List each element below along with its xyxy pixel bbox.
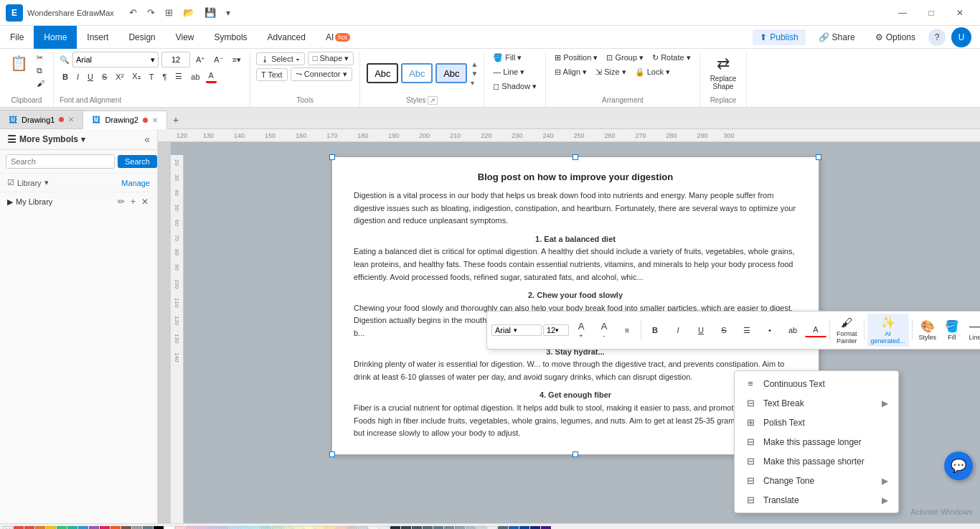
color-swatch[interactable] <box>315 526 325 530</box>
menu-item-file[interactable]: File <box>0 26 34 49</box>
chatbot-btn[interactable]: 💬 <box>944 451 973 480</box>
color-swatch[interactable] <box>530 526 540 530</box>
text-style-btn[interactable]: T <box>146 71 157 83</box>
lock-btn[interactable]: 🔒 Lock ▾ <box>632 66 673 78</box>
position-btn[interactable]: ⊞ Position ▾ <box>552 52 600 64</box>
ft-highlight-btn[interactable]: ab <box>782 324 804 337</box>
ctx-continuous-text[interactable]: ≡ Continuous Text <box>735 374 898 393</box>
color-swatch[interactable] <box>390 526 400 530</box>
group-btn[interactable]: ⊡ Group ▾ <box>603 52 646 64</box>
color-swatch[interactable] <box>89 526 99 530</box>
color-swatch[interactable] <box>444 526 454 530</box>
search-button[interactable]: Search <box>118 155 157 168</box>
ft-increase-font-btn[interactable]: A+ <box>570 319 592 342</box>
line-btn[interactable]: — Line ▾ <box>490 66 527 78</box>
library-label[interactable]: ☑ Library ▾ Manage <box>7 178 150 187</box>
menu-item-design[interactable]: Design <box>118 26 165 49</box>
tab-drawing2[interactable]: 🖼 Drawing2 ✕ <box>83 111 166 129</box>
color-swatch[interactable] <box>519 526 529 530</box>
library-manage-btn[interactable]: Manage <box>121 179 150 187</box>
search-input[interactable] <box>6 154 115 169</box>
italic-btn[interactable]: I <box>74 71 82 83</box>
selection-handle-bl[interactable] <box>329 451 335 457</box>
color-swatch[interactable] <box>121 526 131 530</box>
redo-btn[interactable]: ↷ <box>143 5 159 20</box>
add-tab-btn[interactable]: + <box>167 111 184 128</box>
color-swatch[interactable] <box>186 526 196 530</box>
select-btn[interactable]: ⭳ Select ▾ <box>256 52 305 65</box>
paragraph-btn[interactable]: ¶ <box>159 71 169 83</box>
selection-handle-bm[interactable] <box>573 451 578 457</box>
ft-strikethrough-btn[interactable]: S <box>713 324 735 337</box>
paste-btn[interactable]: 📋 <box>6 52 32 75</box>
selection-handle-tm[interactable] <box>573 154 578 160</box>
sidebar-expand-icon[interactable]: ☰ <box>7 134 17 145</box>
color-swatch[interactable] <box>476 526 486 530</box>
save-btn[interactable]: 💾 <box>201 5 220 20</box>
format-painter-ribbon-btn[interactable]: 🖌 <box>34 78 47 89</box>
close-btn[interactable]: ✕ <box>946 3 974 23</box>
menu-item-insert[interactable]: Insert <box>77 26 118 49</box>
ft-format-painter-btn[interactable]: 🖌 FormatPainter <box>833 314 861 347</box>
color-swatch[interactable] <box>336 526 347 530</box>
color-swatch[interactable] <box>455 526 465 530</box>
color-swatch[interactable] <box>261 526 271 530</box>
options-btn[interactable]: ⚙ Options <box>868 29 923 45</box>
color-swatch[interactable] <box>164 526 174 530</box>
selection-handle-tr[interactable] <box>816 154 821 160</box>
ctx-translate[interactable]: ⊟ Translate ▶ <box>735 490 898 510</box>
decrease-font-btn[interactable]: A⁻ <box>211 54 226 66</box>
color-swatch[interactable] <box>358 526 368 530</box>
share-btn[interactable]: 🔗 Share <box>811 29 862 45</box>
color-swatch[interactable] <box>250 526 260 530</box>
publish-btn[interactable]: ⬆ Publish <box>753 29 805 45</box>
selection-handle-tl[interactable] <box>329 154 335 160</box>
canvas-content[interactable]: 20 30 40 50 60 70 80 90 100 110 120 130 … <box>171 142 980 523</box>
color-swatch[interactable] <box>218 526 228 530</box>
color-swatch[interactable] <box>347 526 357 530</box>
underline-btn[interactable]: U <box>85 71 96 83</box>
user-avatar[interactable]: U <box>951 27 971 47</box>
color-swatch[interactable] <box>154 526 164 530</box>
color-swatch[interactable] <box>369 526 379 530</box>
ctx-make-longer[interactable]: ⊟ Make this passage longer <box>735 432 898 451</box>
increase-font-btn[interactable]: A⁺ <box>193 54 208 66</box>
color-swatch[interactable] <box>412 526 422 530</box>
color-swatch[interactable] <box>283 526 293 530</box>
color-swatch[interactable] <box>175 526 185 530</box>
ft-ai-btn[interactable]: ✨ AIgenerated... <box>867 314 909 347</box>
ft-size-selector[interactable]: 12 ▾ <box>543 324 569 336</box>
color-swatch[interactable] <box>326 526 336 530</box>
copy-btn[interactable]: ⧉ <box>34 65 47 77</box>
ft-font-selector[interactable]: Arial ▾ <box>491 324 542 336</box>
menu-item-advanced[interactable]: Advanced <box>258 26 316 49</box>
style-box-2[interactable]: Abc <box>401 63 433 83</box>
canvas-area[interactable]: 120 130 140 150 160 170 180 190 200 210 … <box>158 129 980 523</box>
style-box-3[interactable]: Abc <box>435 63 467 83</box>
new-btn[interactable]: ⊞ <box>161 5 176 20</box>
ft-underline-btn[interactable]: U <box>690 324 712 337</box>
styles-expand-btn[interactable]: ↗ <box>428 96 438 105</box>
replace-shape-btn[interactable]: ⇄ Replace Shape <box>706 52 741 93</box>
menu-item-home[interactable]: Home <box>34 26 77 49</box>
ft-bullet-btn[interactable]: • <box>759 324 781 337</box>
ft-italic-btn[interactable]: I <box>667 324 689 337</box>
color-swatch[interactable] <box>143 526 153 530</box>
color-swatch[interactable] <box>433 526 443 530</box>
color-swatch[interactable] <box>240 526 250 530</box>
open-btn[interactable]: 📂 <box>179 5 198 20</box>
more-btn[interactable]: ▾ <box>222 6 234 20</box>
color-swatch[interactable] <box>509 526 519 530</box>
ctx-make-shorter[interactable]: ⊟ Make this passage shorter <box>735 451 898 471</box>
connector-btn[interactable]: ⤳ Connector ▾ <box>291 67 352 81</box>
color-swatch[interactable] <box>229 526 239 530</box>
color-swatch[interactable] <box>487 526 497 530</box>
help-btn[interactable]: ? <box>928 29 946 46</box>
size-btn[interactable]: ⇲ Size ▾ <box>593 66 629 78</box>
ft-fill-btn[interactable]: 🪣 Fill <box>941 317 963 343</box>
cut-btn[interactable]: ✂ <box>34 52 47 64</box>
color-swatch[interactable] <box>35 526 45 530</box>
text-btn[interactable]: T Text <box>256 68 288 81</box>
minimize-btn[interactable]: — <box>888 3 917 23</box>
color-swatch[interactable] <box>466 526 476 530</box>
